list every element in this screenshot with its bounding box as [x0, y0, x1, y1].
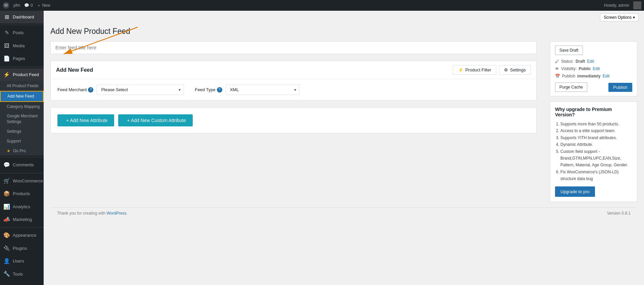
plugins-icon: 🔌 — [3, 245, 10, 252]
panel-header: Add New Feed ⚡ Product Filter ⚙ Settings — [51, 61, 536, 79]
status-label: Status: — [561, 59, 573, 64]
submenu-add-new-feed[interactable]: Add New Feed — [0, 91, 44, 102]
status-value: Draft — [576, 59, 585, 64]
sidebar-label: Plugins — [13, 245, 27, 251]
sidebar-item-posts[interactable]: ✎ Posts — [0, 26, 44, 39]
feed-type-select[interactable]: XML — [226, 84, 300, 95]
upgrade-to-pro-button[interactable]: Upgrade to pro — [555, 186, 595, 197]
submenu-support[interactable]: Support — [0, 136, 44, 146]
submenu-go-pro[interactable]: ★ Go Pro — [0, 146, 44, 156]
media-icon: 🖼 — [3, 42, 10, 50]
feed-merchant-select-wrapper: Please Select ▾ — [97, 84, 184, 95]
screen-options-label: Screen Options — [604, 15, 632, 20]
visibility-value: Public — [579, 66, 591, 71]
submenu-settings[interactable]: Settings — [0, 127, 44, 136]
right-sidebar: Save Draft 🖊 Status: Draft Edit 👁 Visibi… — [550, 41, 637, 207]
settings-button[interactable]: ⚙ Settings — [499, 65, 531, 75]
feed-type-help-icon[interactable]: ? — [217, 87, 222, 93]
chevron-down-icon: ▾ — [633, 15, 635, 20]
sidebar-item-product-feed[interactable]: ⚡ Product Feed — [0, 68, 44, 81]
sidebar-item-tools[interactable]: 🔧 Tools — [0, 268, 44, 280]
howdy-text: Howdy, admin — [604, 3, 629, 8]
product-filter-button[interactable]: ⚡ Product Filter — [453, 65, 496, 75]
sidebar: ⊞ Dashboard ✎ Posts 🖼 Media 📄 Pages ⚡ Pr… — [0, 11, 44, 285]
premium-item-5: Custom field support - Brand,GTIN,MPN,UP… — [560, 148, 632, 169]
publish-timing: immediately — [577, 74, 600, 78]
tools-icon: 🔧 — [3, 270, 10, 278]
publish-edit-link[interactable]: Edit — [603, 74, 610, 78]
premium-panel-body: Why upgrade to Premium Version? Supports… — [550, 102, 637, 202]
product-filter-label: Product Filter — [465, 67, 491, 72]
add-new-custom-attribute-button[interactable]: + Add New Custom Attribute — [118, 114, 192, 126]
sidebar-label: Marketing — [13, 217, 32, 223]
sidebar-item-settings[interactable]: ⚙ Settings — [0, 281, 44, 285]
comments-link[interactable]: 💬 0 — [24, 3, 33, 8]
analytics-icon: 📊 — [3, 203, 10, 211]
marketing-icon: 📣 — [3, 216, 10, 223]
comments-icon: 💬 — [3, 161, 10, 169]
feed-config-row: Feed Merchant ? Please Select ▾ — [51, 79, 536, 100]
premium-item-2: Access to a elite support team. — [560, 127, 632, 134]
sidebar-item-marketing[interactable]: 📣 Marketing — [0, 213, 44, 226]
footer-thanks: Thank you for creating with WordPress. — [57, 211, 128, 216]
wp-logo[interactable]: W — [3, 2, 9, 9]
sidebar-item-comments[interactable]: 💬 Comments — [0, 159, 44, 171]
site-name[interactable]: pfm — [13, 3, 20, 8]
submenu-all-feeds[interactable]: All Product Feeds — [0, 81, 44, 91]
status-edit-link[interactable]: Edit — [587, 59, 594, 64]
premium-item-3: Supports YITH brand attributes. — [560, 134, 632, 141]
users-icon: 👤 — [3, 258, 10, 265]
filter-icon: ⚡ — [458, 67, 463, 72]
sidebar-item-dashboard[interactable]: ⊞ Dashboard — [0, 11, 44, 23]
purge-cache-button[interactable]: Purge Cache — [555, 82, 587, 92]
submenu-label: Add New Feed — [7, 94, 34, 99]
screen-options-bar: Screen Options ▾ — [595, 11, 644, 24]
user-avatar[interactable] — [633, 1, 641, 9]
sidebar-item-analytics[interactable]: 📊 Analytics — [0, 201, 44, 213]
sidebar-item-appearance[interactable]: 🎨 Appearance — [0, 229, 44, 242]
appearance-icon: 🎨 — [3, 232, 10, 239]
sidebar-label: Comments — [13, 162, 34, 168]
publish-button[interactable]: Publish — [608, 83, 632, 92]
add-new-attribute-button[interactable]: + Add New Attribute — [57, 114, 114, 126]
screen-options-button[interactable]: Screen Options ▾ — [600, 13, 639, 21]
publish-panel-body: Save Draft 🖊 Status: Draft Edit 👁 Visibi… — [550, 42, 637, 96]
star-icon: ★ — [7, 148, 10, 154]
top-bar: W pfm 💬 0 ＋ New Howdy, admin — [0, 0, 644, 11]
sidebar-item-pages[interactable]: 📄 Pages — [0, 52, 44, 65]
save-draft-button[interactable]: Save Draft — [555, 46, 583, 55]
feed-type-field: Feed Type ? XML ▾ — [195, 84, 299, 95]
sidebar-label: Pages — [13, 56, 25, 62]
sidebar-item-users[interactable]: 👤 Users — [0, 255, 44, 268]
sidebar-item-media[interactable]: 🖼 Media — [0, 40, 44, 52]
submenu-label: Settings — [7, 129, 21, 134]
premium-panel: Why upgrade to Premium Version? Supports… — [550, 102, 637, 202]
feed-merchant-label: Feed Merchant ? — [57, 87, 93, 93]
publish-row: Purge Cache Publish — [555, 82, 632, 92]
visibility-label: Visibility: — [561, 66, 577, 71]
sidebar-label: WooCommerce — [13, 178, 43, 184]
new-link[interactable]: ＋ New — [37, 3, 50, 8]
wordpress-link[interactable]: WordPress — [106, 211, 126, 216]
publish-timing-row: 📅 Publish immediately Edit — [555, 74, 632, 78]
sidebar-label: Dashboard — [13, 14, 34, 20]
attributes-panel: + Add New Attribute + Add New Custom Att… — [50, 107, 537, 133]
page-title: Add New Product Feed — [50, 27, 637, 36]
feed-type-select-wrapper: XML ▾ — [226, 84, 300, 95]
submenu-label: Support — [7, 138, 21, 144]
sidebar-item-products[interactable]: 📦 Products — [0, 187, 44, 200]
publish-label: Publish — [562, 74, 575, 78]
submenu-category-mapping[interactable]: Category Mapping — [0, 102, 44, 112]
feed-merchant-help-icon[interactable]: ? — [88, 87, 93, 93]
sidebar-item-woocommerce[interactable]: 🛒 WooCommerce — [0, 175, 44, 187]
visibility-row: 👁 Visibility: Public Edit — [555, 66, 632, 71]
visibility-edit-link[interactable]: Edit — [593, 66, 600, 71]
feed-merchant-select[interactable]: Please Select — [97, 84, 184, 95]
sidebar-item-plugins[interactable]: 🔌 Plugins — [0, 242, 44, 255]
sidebar-label: Media — [13, 43, 25, 49]
sidebar-label: Products — [13, 191, 30, 197]
feed-title-input[interactable] — [50, 41, 537, 54]
publish-panel: Save Draft 🖊 Status: Draft Edit 👁 Visibi… — [550, 41, 637, 96]
submenu-google-merchant[interactable]: Google Merchant Settings — [0, 111, 44, 127]
premium-title: Why upgrade to Premium Version? — [555, 107, 632, 117]
